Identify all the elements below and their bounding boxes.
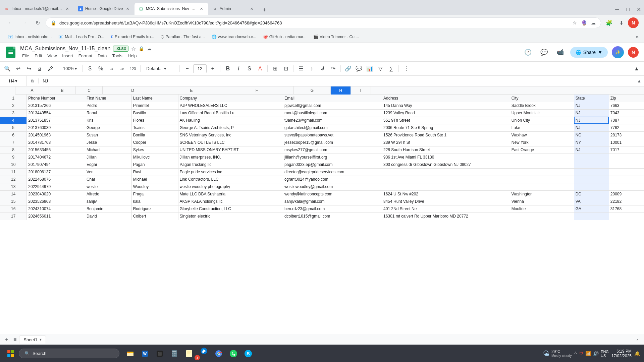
cell-r3-c9[interactable]: 7043: [609, 109, 644, 117]
cell-r6-c1[interactable]: 2014501963: [27, 131, 85, 139]
cell-r5-c5[interactable]: gatarchitect@gmail.com: [283, 124, 382, 131]
cell-r8-c6[interactable]: 228 South Harrison Street: [382, 146, 510, 154]
cell-r12-c1[interactable]: 2022468076: [27, 176, 85, 183]
star-icon[interactable]: ☆: [131, 46, 136, 52]
cell-r17-c7[interactable]: [510, 213, 574, 220]
minimize-button[interactable]: ─: [612, 4, 623, 15]
reload-button[interactable]: ↻: [32, 17, 43, 28]
col-header-a[interactable]: A: [15, 86, 49, 95]
add-sheet-button[interactable]: +: [3, 336, 11, 344]
merge-button[interactable]: ⊡: [281, 64, 290, 73]
cell-r17-c1[interactable]: 2024656011: [27, 213, 85, 220]
menu-help[interactable]: Help: [126, 53, 139, 59]
cell-r7-c4[interactable]: SCREEN OUTLETS LLC: [178, 139, 283, 146]
cell-r4-c8[interactable]: NJ: [574, 117, 609, 124]
cell-r10-c4[interactable]: Pagan trucking llc: [178, 161, 283, 168]
sheet-more-button[interactable]: ≡: [13, 337, 16, 343]
menu-view[interactable]: View: [45, 53, 59, 59]
comments-button[interactable]: 💬: [538, 46, 550, 58]
cell-r8-c9[interactable]: 7017: [609, 146, 644, 154]
cell-r3-c7[interactable]: Upper Montclair: [510, 109, 574, 117]
arrow-up-icon[interactable]: ^: [575, 351, 577, 356]
tab-sheets-close[interactable]: ✕: [199, 6, 204, 11]
cell-r12-c6[interactable]: [382, 176, 510, 183]
cell-r3-c8[interactable]: NJ: [574, 109, 609, 117]
cell-r17-c4[interactable]: Singleton electric: [178, 213, 283, 220]
cell-r9-c8[interactable]: [574, 154, 609, 161]
rotate-button[interactable]: ↷: [328, 64, 338, 73]
user-avatar[interactable]: N: [628, 47, 639, 58]
cell-r8-c3[interactable]: Sykes: [131, 146, 178, 154]
undo-button[interactable]: ↩: [13, 64, 23, 73]
cell-r4-c1[interactable]: 2013751857: [27, 117, 85, 124]
maximize-button[interactable]: □: [623, 4, 633, 15]
col-header-h[interactable]: H: [331, 86, 351, 95]
cell-r7-c8[interactable]: NY: [574, 139, 609, 146]
cell-r2-c2[interactable]: Pedro: [85, 102, 131, 109]
cell-r3-c3[interactable]: Bustillo: [131, 109, 178, 117]
cell-r4-c5[interactable]: t3ame23@gmail.com: [283, 117, 382, 124]
cell-r3-c2[interactable]: Raoul: [85, 109, 131, 117]
taskbar-search-bar[interactable]: 🔍 Search: [19, 349, 119, 358]
cell-r14-c1[interactable]: 2023043020: [27, 190, 85, 198]
cell-r12-c4[interactable]: Link Contractors, LLC: [178, 176, 283, 183]
cell-r16-c8[interactable]: GA: [574, 205, 609, 213]
cell-r13-c7[interactable]: [510, 183, 574, 190]
chart-button[interactable]: 📊: [365, 64, 374, 73]
row-number-16[interactable]: 16: [0, 205, 27, 213]
row-number-8[interactable]: 8: [0, 146, 27, 154]
row-number-2[interactable]: 2: [0, 102, 27, 109]
cell-r7-c3[interactable]: Cooper: [131, 139, 178, 146]
cell-r16-c7[interactable]: Moultrie: [510, 205, 574, 213]
cell-r6-c6[interactable]: 1526 Providence Road South Ste 1: [382, 131, 510, 139]
cell-r7-c2[interactable]: Jesse: [85, 139, 131, 146]
cell-r13-c5[interactable]: wesliewoodley@gmail.com: [283, 183, 382, 190]
cell-r11-c7[interactable]: [510, 168, 574, 176]
cell-r9-c5[interactable]: jillianh@yourselffirst.org: [283, 154, 382, 161]
col-header-c[interactable]: C: [76, 86, 103, 95]
paint-format-button[interactable]: 🖌: [46, 64, 55, 73]
cell-r10-c8[interactable]: [574, 161, 609, 168]
cell-r10-c6[interactable]: 300 congress dr Gibbstown Gibbstown NJ 0…: [382, 161, 510, 168]
row-number-7[interactable]: 7: [0, 139, 27, 146]
menu-insert[interactable]: Insert: [60, 53, 75, 59]
notifications-icon[interactable]: 🔔: [634, 351, 640, 356]
cell-r7-c9[interactable]: 10001: [609, 139, 644, 146]
font-size-decrease[interactable]: −: [182, 64, 192, 73]
cell-r12-c8[interactable]: [574, 176, 609, 183]
menu-format[interactable]: Format: [76, 53, 94, 59]
cell-r11-c1[interactable]: 2018006137: [27, 168, 85, 176]
menu-edit[interactable]: Edit: [33, 53, 44, 59]
col-header-b[interactable]: B: [49, 86, 76, 95]
comment-button[interactable]: 💬: [354, 64, 364, 73]
cell-r13-c8[interactable]: [574, 183, 609, 190]
taskbar-chrome[interactable]: [212, 347, 225, 360]
cell-r6-c8[interactable]: NC: [574, 131, 609, 139]
cell-r8-c2[interactable]: Michael: [85, 146, 131, 154]
taskbar-file-explorer[interactable]: [123, 347, 137, 360]
cell-r15-c3[interactable]: kala: [131, 198, 178, 205]
cell-r6-c3[interactable]: Bonilla: [131, 131, 178, 139]
cell-r3-c6[interactable]: 1239 Valley Road: [382, 109, 510, 117]
cell-r7-c1[interactable]: 2014781763: [27, 139, 85, 146]
cell-r10-c9[interactable]: [609, 161, 644, 168]
cell-r11-c4[interactable]: Eagle pride services inc: [178, 168, 283, 176]
cell-r2-c3[interactable]: Pimentel: [131, 102, 178, 109]
cell-r13-c4[interactable]: weslie woodley photography: [178, 183, 283, 190]
cell-r2-c1[interactable]: 2013157266: [27, 102, 85, 109]
tab-drive[interactable]: ▲ Home - Google Drive ✕: [74, 3, 135, 15]
cell-r14-c5[interactable]: wendy@latinconcepts.com: [283, 190, 382, 198]
col-header-i[interactable]: I: [351, 86, 371, 95]
tab-admin[interactable]: ⚙ Admin ✕: [208, 3, 259, 15]
menu-data[interactable]: Data: [96, 53, 109, 59]
cell-r5-c3[interactable]: Tsairis: [131, 124, 178, 131]
search-toolbar-button[interactable]: 🔍: [3, 64, 12, 73]
cell-r2-c9[interactable]: 7663: [609, 102, 644, 109]
address-bar[interactable]: 🔒 docs.google.com/spreadsheets/d/1aBAQv-…: [46, 17, 601, 28]
cell-r15-c7[interactable]: Vienna: [510, 198, 574, 205]
bookmark-video[interactable]: 🎬 Video Trimmer - Cut...: [311, 33, 362, 41]
col-header-d[interactable]: D: [103, 86, 163, 95]
row-number-17[interactable]: 17: [0, 213, 27, 220]
valign-button[interactable]: ↕: [307, 64, 316, 73]
cell-r12-c3[interactable]: Michael: [131, 176, 178, 183]
